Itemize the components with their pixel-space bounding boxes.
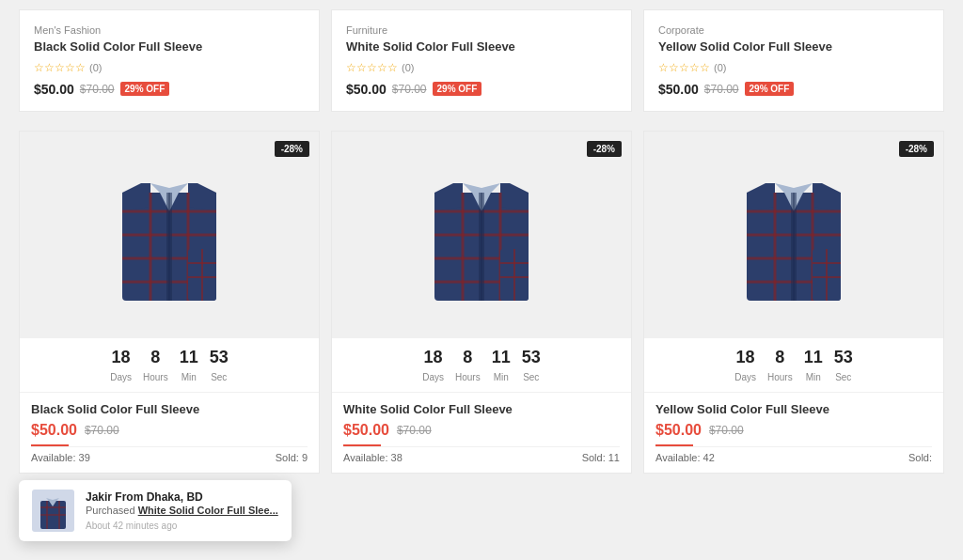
price-row-2: $50.00 $70.00 29% OFF bbox=[658, 82, 929, 97]
star-icon: ☆ bbox=[679, 61, 689, 74]
stars-0: ☆ ☆ ☆ ☆ ☆ bbox=[34, 61, 86, 74]
sold-1: Sold: 11 bbox=[582, 452, 620, 463]
review-count-2: (0) bbox=[714, 62, 726, 73]
star-icon: ☆ bbox=[669, 61, 679, 74]
svg-marker-2 bbox=[122, 183, 150, 211]
price-original-2: $70.00 bbox=[704, 83, 739, 96]
available-0: Available: 39 bbox=[31, 452, 90, 463]
popup-text: Purchased White Solid Color Full Slee... bbox=[86, 504, 278, 518]
shirt-image-0 bbox=[108, 155, 230, 315]
star-icon: ☆ bbox=[367, 61, 377, 74]
price-sale-1: $50.00 bbox=[343, 422, 389, 439]
top-product-card-0[interactable]: Men's Fashion Black Solid Color Full Sle… bbox=[19, 9, 320, 112]
countdown-hours-label-0: Hours bbox=[143, 372, 168, 382]
price-original-1: $70.00 bbox=[392, 83, 427, 96]
price-current-2: $50.00 bbox=[658, 82, 699, 97]
bottom-product-card-0[interactable]: -28% bbox=[19, 131, 320, 474]
star-icon: ☆ bbox=[55, 61, 65, 74]
top-products-row: Men's Fashion Black Solid Color Full Sle… bbox=[19, 9, 944, 112]
price-row-1: $50.00 $70.00 29% OFF bbox=[346, 82, 617, 97]
countdown-1: 18 Days 8 Hours 11 Min 53 Sec bbox=[332, 338, 631, 393]
product-image-container-0: -28% bbox=[20, 132, 319, 338]
top-product-card-1[interactable]: Furniture White Solid Color Full Sleeve … bbox=[331, 9, 632, 112]
countdown-days-val-1: 18 bbox=[422, 348, 444, 367]
stars-row-0: ☆ ☆ ☆ ☆ ☆ (0) bbox=[34, 61, 305, 74]
purchase-popup[interactable]: Jakir From Dhaka, BD Purchased White Sol… bbox=[19, 480, 292, 541]
countdown-min-val-1: 11 bbox=[492, 348, 511, 367]
category-label-2: Corporate bbox=[658, 24, 929, 36]
countdown-sec-2: 53 Sec bbox=[834, 348, 853, 384]
price-was-1: $70.00 bbox=[397, 424, 432, 437]
popup-thumbnail bbox=[32, 490, 74, 532]
countdown-sec-val-2: 53 bbox=[834, 348, 853, 367]
price-bottom-row-2: $50.00 $70.00 bbox=[655, 422, 932, 439]
countdown-days-1: 18 Days bbox=[422, 348, 444, 384]
sold-0: Sold: 9 bbox=[276, 452, 308, 463]
stars-row-2: ☆ ☆ ☆ ☆ ☆ (0) bbox=[658, 61, 929, 74]
star-icon: ☆ bbox=[658, 61, 669, 74]
countdown-hours-0: 8 Hours bbox=[143, 348, 168, 384]
price-was-0: $70.00 bbox=[85, 424, 119, 437]
discount-badge-img-1: -28% bbox=[587, 141, 622, 157]
svg-marker-19 bbox=[500, 183, 529, 211]
product-info-1: White Solid Color Full Sleeve $50.00 $70… bbox=[332, 393, 631, 473]
countdown-days-val-0: 18 bbox=[110, 348, 132, 367]
countdown-days-val-2: 18 bbox=[734, 348, 756, 367]
discount-badge-2: 29% OFF bbox=[745, 82, 795, 96]
star-icon: ☆ bbox=[387, 61, 398, 74]
product-image-container-1: -28% bbox=[332, 132, 631, 338]
star-icon: ☆ bbox=[377, 61, 387, 74]
countdown-min-label-0: Min bbox=[182, 372, 197, 382]
star-icon: ☆ bbox=[65, 61, 75, 74]
svg-rect-43 bbox=[791, 193, 797, 301]
availability-row-0: Available: 39 Sold: 9 bbox=[31, 446, 308, 463]
review-count-0: (0) bbox=[89, 62, 102, 73]
popup-product-link[interactable]: White Solid Color Full Slee... bbox=[138, 505, 278, 516]
stars-2: ☆ ☆ ☆ ☆ ☆ bbox=[658, 61, 710, 74]
stars-1: ☆ ☆ ☆ ☆ ☆ bbox=[346, 61, 398, 74]
product-title-bottom-2: Yellow Solid Color Full Sleeve bbox=[655, 402, 932, 416]
star-icon: ☆ bbox=[689, 61, 700, 74]
product-title-bottom-1: White Solid Color Full Sleeve bbox=[343, 402, 620, 416]
stars-row-1: ☆ ☆ ☆ ☆ ☆ (0) bbox=[346, 61, 617, 74]
svg-marker-34 bbox=[747, 183, 775, 211]
category-label-1: Furniture bbox=[346, 24, 617, 36]
countdown-hours-label-1: Hours bbox=[455, 372, 481, 382]
svg-marker-18 bbox=[434, 183, 463, 211]
countdown-hours-1: 8 Hours bbox=[455, 348, 481, 384]
price-current-0: $50.00 bbox=[34, 82, 74, 97]
countdown-0: 18 Days 8 Hours 11 Min 53 Sec bbox=[20, 338, 319, 393]
availability-row-1: Available: 38 Sold: 11 bbox=[343, 446, 620, 463]
review-count-1: (0) bbox=[402, 62, 414, 73]
sold-2: Sold: bbox=[908, 452, 932, 463]
bottom-product-card-1[interactable]: -28% bbox=[331, 131, 632, 474]
product-info-2: Yellow Solid Color Full Sleeve $50.00 $7… bbox=[644, 393, 943, 473]
product-title-top-0: Black Solid Color Full Sleeve bbox=[34, 39, 305, 55]
top-product-card-2[interactable]: Corporate Yellow Solid Color Full Sleeve… bbox=[643, 9, 944, 112]
availability-row-2: Available: 42 Sold: bbox=[655, 446, 932, 463]
countdown-days-label-0: Days bbox=[110, 372, 132, 382]
countdown-hours-label-2: Hours bbox=[767, 372, 793, 382]
svg-marker-3 bbox=[188, 183, 216, 211]
countdown-hours-2: 8 Hours bbox=[767, 348, 793, 384]
product-title-bottom-0: Black Solid Color Full Sleeve bbox=[31, 402, 308, 416]
category-label-0: Men's Fashion bbox=[34, 24, 305, 36]
svg-rect-27 bbox=[479, 193, 484, 301]
discount-badge-1: 29% OFF bbox=[433, 82, 482, 96]
star-icon: ☆ bbox=[346, 61, 356, 74]
price-was-2: $70.00 bbox=[709, 424, 744, 437]
popup-info: Jakir From Dhaka, BD Purchased White Sol… bbox=[86, 490, 278, 530]
bottom-products-row: -28% bbox=[19, 131, 944, 474]
price-bottom-row-0: $50.00 $70.00 bbox=[31, 422, 308, 439]
product-title-top-2: Yellow Solid Color Full Sleeve bbox=[658, 39, 929, 55]
countdown-2: 18 Days 8 Hours 11 Min 53 Sec bbox=[644, 338, 943, 393]
product-title-top-1: White Solid Color Full Sleeve bbox=[346, 39, 617, 55]
countdown-sec-0: 53 Sec bbox=[210, 348, 229, 384]
countdown-hours-val-0: 8 bbox=[143, 348, 168, 367]
countdown-min-label-2: Min bbox=[806, 372, 821, 382]
bottom-product-card-2[interactable]: -28% bbox=[643, 131, 944, 474]
popup-shirt-icon bbox=[37, 491, 70, 531]
countdown-days-0: 18 Days bbox=[110, 348, 132, 384]
countdown-hours-val-2: 8 bbox=[767, 348, 793, 367]
countdown-sec-val-1: 53 bbox=[522, 348, 541, 367]
